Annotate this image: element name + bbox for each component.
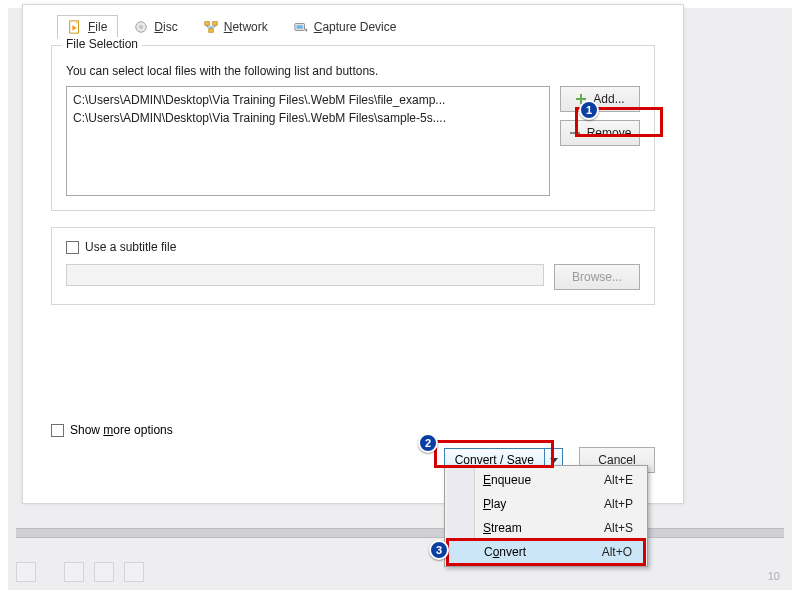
bg-icon (124, 562, 144, 582)
plus-icon (575, 93, 587, 105)
menu-item-stream[interactable]: Stream Alt+S (447, 516, 645, 540)
source-tabs: File Disc Network Capture Device (23, 5, 683, 39)
remove-button-label: Remove (587, 126, 632, 140)
tab-disc[interactable]: Disc (124, 15, 187, 39)
bg-icon (94, 562, 114, 582)
tab-file-label: File (88, 20, 107, 34)
bg-icon (16, 562, 36, 582)
remove-button[interactable]: Remove (560, 120, 640, 146)
background-controls (16, 562, 144, 582)
background-seekbar (16, 528, 784, 538)
use-subtitle-label: Use a subtitle file (85, 240, 176, 254)
menu-item-shortcut: Alt+S (604, 521, 645, 535)
open-media-dialog: File Disc Network Capture Device File Se… (22, 4, 684, 504)
network-icon (204, 20, 218, 34)
page-number: 10 (768, 570, 780, 582)
minus-icon (569, 127, 581, 139)
file-selection-group: File Selection You can select local file… (51, 45, 655, 211)
menu-item-label: Enqueue (483, 473, 531, 487)
menu-item-label: Play (483, 497, 506, 511)
convert-save-menu: Enqueue Alt+E Play Alt+P Stream Alt+S Co… (444, 465, 648, 567)
svg-rect-10 (305, 29, 307, 32)
menu-item-shortcut: Alt+O (602, 545, 644, 559)
disc-icon (134, 20, 148, 34)
file-side-buttons: Add... Remove (560, 86, 640, 196)
list-item[interactable]: C:\Users\ADMIN\Desktop\Via Training File… (73, 91, 543, 109)
tab-disc-label: Disc (154, 20, 177, 34)
svg-marker-14 (550, 458, 558, 463)
menu-item-label: Convert (484, 545, 526, 559)
svg-rect-6 (212, 22, 216, 26)
menu-item-shortcut: Alt+E (604, 473, 645, 487)
menu-item-enqueue[interactable]: Enqueue Alt+E (447, 468, 645, 492)
subtitle-group: Use a subtitle file Browse... (51, 227, 655, 305)
checkbox-icon (51, 424, 64, 437)
svg-rect-5 (205, 22, 209, 26)
tab-network-label: Network (224, 20, 268, 34)
svg-rect-13 (570, 132, 580, 134)
svg-rect-9 (296, 25, 302, 29)
browse-button: Browse... (554, 264, 640, 290)
tab-file[interactable]: File (57, 15, 118, 39)
tab-capture-label: Capture Device (314, 20, 397, 34)
add-button[interactable]: Add... (560, 86, 640, 112)
file-icon (68, 20, 82, 34)
file-selection-desc: You can select local files with the foll… (66, 64, 640, 78)
menu-item-shortcut: Alt+P (604, 497, 645, 511)
svg-point-4 (140, 26, 143, 29)
bg-icon (64, 562, 84, 582)
menu-item-label: Stream (483, 521, 522, 535)
use-subtitle-checkbox[interactable]: Use a subtitle file (66, 240, 640, 254)
browse-button-label: Browse... (572, 270, 622, 284)
menu-item-play[interactable]: Play Alt+P (447, 492, 645, 516)
checkbox-icon (66, 241, 79, 254)
subtitle-path-input (66, 264, 544, 286)
show-more-options-checkbox[interactable]: Show more options (51, 423, 173, 437)
file-selection-title: File Selection (62, 37, 142, 51)
tab-capture[interactable]: Capture Device (284, 15, 407, 39)
svg-rect-12 (576, 98, 586, 100)
list-item[interactable]: C:\Users\ADMIN\Desktop\Via Training File… (73, 109, 543, 127)
add-button-label: Add... (593, 92, 624, 106)
chevron-down-icon (550, 456, 558, 464)
menu-item-convert[interactable]: Convert Alt+O (447, 540, 645, 564)
show-more-options-label: Show more options (70, 423, 173, 437)
tab-network[interactable]: Network (194, 15, 278, 39)
capture-icon (294, 20, 308, 34)
svg-rect-7 (209, 29, 213, 33)
file-listbox[interactable]: C:\Users\ADMIN\Desktop\Via Training File… (66, 86, 550, 196)
